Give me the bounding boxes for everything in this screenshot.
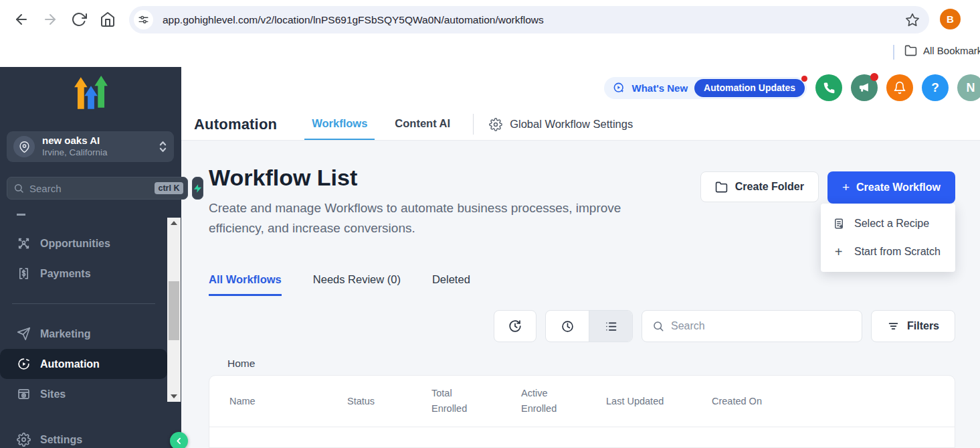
user-avatar[interactable]: N (957, 74, 980, 101)
sidebar-item-payments[interactable]: Payments (0, 258, 181, 289)
column-header-total-enrolled: Total Enrolled (431, 386, 521, 417)
sidebar-search-input[interactable] (29, 183, 155, 194)
sidebar-item-sites[interactable]: Sites (0, 379, 181, 409)
enrollment-history-button[interactable] (494, 310, 536, 342)
opportunities-icon (17, 236, 31, 250)
recent-view-button[interactable] (546, 311, 589, 342)
sidebar-item-label: Opportunities (40, 238, 110, 250)
notification-dot (870, 73, 878, 81)
menu-item-label: Start from Scratch (854, 246, 941, 258)
gear-icon (489, 118, 502, 131)
account-name: new oaks AI (42, 135, 159, 147)
menu-item-label: Select a Recipe (854, 218, 929, 230)
list-toolbar: Filters (209, 310, 955, 342)
home-icon[interactable] (100, 11, 116, 27)
workflow-search-input[interactable] (671, 320, 852, 332)
tab-workflows[interactable]: Workflows (304, 108, 375, 140)
chevron-left-icon (175, 437, 183, 445)
address-bar[interactable]: app.gohighlevel.com/v2/location/lnPS691g… (129, 6, 929, 33)
account-location: Irvine, California (42, 147, 159, 159)
tab-all-workflows[interactable]: All Workflows (209, 273, 282, 296)
url-text[interactable]: app.gohighlevel.com/v2/location/lnPS691g… (163, 14, 900, 26)
page-title: Automation (194, 108, 277, 140)
search-icon (13, 183, 24, 194)
automation-nav: Automation Workflows Content AI Global W… (181, 108, 980, 141)
folder-icon (715, 181, 728, 194)
create-workflow-button[interactable]: + Create Workflow (827, 171, 955, 204)
breadcrumb[interactable]: Home (209, 358, 955, 370)
workflow-list-description: Create and manage Workflows to automate … (209, 198, 677, 238)
bookmarks-divider (893, 45, 894, 60)
history-clock-icon (508, 319, 522, 333)
gohighlevel-logo[interactable] (0, 67, 181, 110)
column-header-created-on: Created On (712, 394, 955, 409)
sidebar-collapse-button[interactable] (170, 432, 188, 448)
phone-icon (823, 82, 836, 94)
automation-updates-badge[interactable]: Automation Updates (694, 79, 805, 97)
sidebar-item-marketing[interactable]: Marketing (0, 319, 181, 349)
scrollbar-thumb[interactable] (169, 281, 179, 340)
column-header-name: Name (229, 394, 347, 409)
filter-icon (887, 320, 900, 333)
sidebar-item-automation[interactable]: Automation (0, 349, 167, 379)
sidebar-item-label: Sites (40, 388, 66, 400)
sidebar-search[interactable]: ctrl K (7, 177, 188, 200)
all-bookmarks-label: All Bookmarks (923, 45, 980, 56)
workflow-list-tabs: All Workflows Needs Review (0) Deleted (209, 273, 955, 296)
tab-deleted[interactable]: Deleted (432, 273, 470, 296)
global-workflow-settings-link[interactable]: Global Workflow Settings (489, 108, 633, 140)
column-header-active-enrolled: Active Enrolled (521, 386, 606, 417)
workflow-search[interactable] (642, 310, 862, 342)
table-body (209, 427, 955, 447)
scrollbar-up-arrow[interactable] (167, 218, 181, 228)
nav-divider (473, 114, 474, 135)
plus-icon: + (832, 244, 845, 260)
tab-content-ai[interactable]: Content AI (387, 108, 458, 140)
tab-needs-review[interactable]: Needs Review (0) (313, 273, 401, 296)
menu-item-start-from-scratch[interactable]: + Start from Scratch (821, 238, 955, 266)
column-header-status: Status (347, 394, 431, 409)
shortcut-badge: ctrl K (155, 182, 184, 194)
menu-item-select-recipe[interactable]: Select a Recipe (821, 210, 955, 238)
whats-new-button[interactable]: What's New Automation Updates (604, 77, 807, 99)
notification-dot (801, 76, 807, 82)
create-folder-button[interactable]: Create Folder (700, 171, 819, 202)
scrollbar-down-arrow[interactable] (167, 391, 181, 402)
quick-actions-button[interactable] (192, 177, 203, 200)
back-icon[interactable] (13, 11, 29, 27)
browser-toolbar: app.gohighlevel.com/v2/location/lnPS691g… (0, 0, 980, 39)
bookmark-star-icon[interactable] (905, 13, 920, 27)
browser-profile-avatar[interactable]: B (940, 9, 961, 29)
lightning-bolt-icon (193, 183, 203, 194)
clock-icon (561, 319, 575, 333)
sites-icon (17, 387, 31, 401)
sidebar-item-opportunities[interactable]: Opportunities (0, 228, 181, 258)
list-view-button[interactable] (589, 311, 632, 342)
reload-icon[interactable] (71, 11, 87, 27)
location-pin-icon (13, 136, 35, 157)
sidebar-item-label: Automation (40, 358, 100, 370)
title-block: Workflow List Create and manage Workflow… (209, 165, 677, 238)
sidebar-item-settings[interactable]: Settings (0, 425, 181, 448)
megaphone-icon (858, 81, 871, 94)
sidebar-divider (12, 303, 155, 304)
filters-button[interactable]: Filters (871, 310, 955, 342)
create-folder-label: Create Folder (735, 181, 804, 193)
notifications-button[interactable] (886, 74, 913, 101)
gohighlevel-logo-icon (72, 76, 110, 110)
phone-button[interactable] (815, 74, 842, 101)
sidebar-item-label: Marketing (40, 328, 91, 340)
help-button[interactable]: ? (922, 74, 949, 101)
site-settings-icon[interactable] (134, 10, 153, 29)
sidebar: new oaks AI Irvine, California ctrl K (0, 67, 181, 448)
main-area: What's New Automation Updates ? N Automa… (181, 67, 980, 448)
forward-icon[interactable] (42, 11, 58, 27)
announcements-button[interactable] (851, 74, 878, 101)
all-bookmarks-button[interactable]: All Bookmarks (904, 44, 980, 57)
sidebar-scrollbar[interactable] (167, 218, 181, 402)
partial-menu-item (17, 214, 25, 216)
recipe-icon (832, 218, 845, 230)
global-workflow-settings-label: Global Workflow Settings (510, 118, 633, 131)
account-switcher[interactable]: new oaks AI Irvine, California (7, 131, 174, 162)
plus-icon: + (842, 180, 850, 195)
